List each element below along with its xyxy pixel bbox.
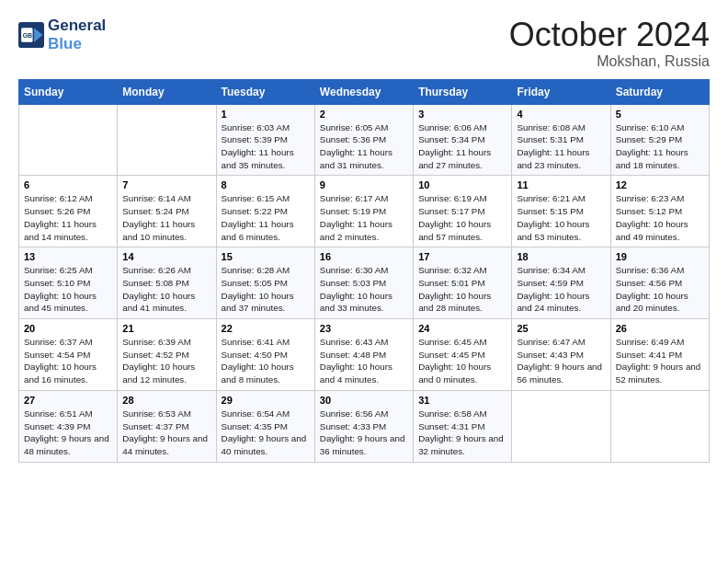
weekday-thursday: Thursday bbox=[414, 79, 512, 104]
calendar-cell: 4Sunrise: 6:08 AMSunset: 5:31 PMDaylight… bbox=[512, 104, 610, 176]
logo: GB General Blue bbox=[18, 17, 106, 52]
weekday-saturday: Saturday bbox=[610, 79, 709, 104]
day-info: Sunrise: 6:51 AMSunset: 4:39 PMDaylight:… bbox=[24, 408, 112, 458]
calendar-page: GB General Blue October 2024 Mokshan, Ru… bbox=[0, 0, 728, 563]
day-info: Sunrise: 6:08 AMSunset: 5:31 PMDaylight:… bbox=[517, 121, 605, 172]
day-number: 23 bbox=[320, 323, 408, 334]
calendar-cell: 19Sunrise: 6:36 AMSunset: 4:56 PMDayligh… bbox=[610, 247, 709, 319]
day-number: 30 bbox=[320, 395, 408, 406]
calendar-cell: 16Sunrise: 6:30 AMSunset: 5:03 PMDayligh… bbox=[314, 247, 413, 319]
day-info: Sunrise: 6:41 AMSunset: 4:50 PMDaylight:… bbox=[222, 336, 310, 386]
calendar-table: SundayMondayTuesdayWednesdayThursdayFrid… bbox=[18, 79, 710, 463]
day-info: Sunrise: 6:12 AMSunset: 5:26 PMDaylight:… bbox=[24, 192, 112, 243]
day-number: 16 bbox=[320, 251, 408, 262]
day-info: Sunrise: 6:30 AMSunset: 5:03 PMDaylight:… bbox=[320, 264, 408, 315]
calendar-week-5: 27Sunrise: 6:51 AMSunset: 4:39 PMDayligh… bbox=[19, 390, 710, 462]
calendar-cell: 18Sunrise: 6:34 AMSunset: 4:59 PMDayligh… bbox=[512, 247, 610, 319]
calendar-cell: 6Sunrise: 6:12 AMSunset: 5:26 PMDaylight… bbox=[19, 176, 118, 247]
calendar-cell: 30Sunrise: 6:56 AMSunset: 4:33 PMDayligh… bbox=[314, 390, 413, 462]
calendar-cell: 10Sunrise: 6:19 AMSunset: 5:17 PMDayligh… bbox=[414, 176, 512, 247]
day-number: 20 bbox=[24, 323, 112, 334]
day-info: Sunrise: 6:43 AMSunset: 4:48 PMDaylight:… bbox=[320, 336, 408, 386]
calendar-week-2: 6Sunrise: 6:12 AMSunset: 5:26 PMDaylight… bbox=[19, 176, 710, 247]
day-info: Sunrise: 6:58 AMSunset: 4:31 PMDaylight:… bbox=[418, 408, 506, 458]
day-info: Sunrise: 6:10 AMSunset: 5:29 PMDaylight:… bbox=[616, 121, 704, 172]
location: Mokshan, Russia bbox=[509, 53, 710, 70]
day-info: Sunrise: 6:19 AMSunset: 5:17 PMDaylight:… bbox=[418, 192, 506, 243]
calendar-cell: 20Sunrise: 6:37 AMSunset: 4:54 PMDayligh… bbox=[19, 319, 118, 391]
calendar-cell: 26Sunrise: 6:49 AMSunset: 4:41 PMDayligh… bbox=[610, 319, 709, 391]
calendar-cell: 15Sunrise: 6:28 AMSunset: 5:05 PMDayligh… bbox=[216, 247, 314, 319]
day-number: 26 bbox=[616, 323, 704, 334]
day-info: Sunrise: 6:21 AMSunset: 5:15 PMDaylight:… bbox=[517, 192, 605, 243]
day-info: Sunrise: 6:47 AMSunset: 4:43 PMDaylight:… bbox=[517, 336, 605, 386]
day-number: 8 bbox=[222, 179, 310, 190]
calendar-week-1: 1Sunrise: 6:03 AMSunset: 5:39 PMDaylight… bbox=[19, 104, 710, 176]
day-info: Sunrise: 6:05 AMSunset: 5:36 PMDaylight:… bbox=[320, 121, 408, 172]
calendar-cell: 8Sunrise: 6:15 AMSunset: 5:22 PMDaylight… bbox=[216, 176, 314, 247]
svg-text:GB: GB bbox=[23, 32, 33, 39]
day-number: 10 bbox=[418, 179, 506, 190]
calendar-cell: 9Sunrise: 6:17 AMSunset: 5:19 PMDaylight… bbox=[314, 176, 413, 247]
day-number: 25 bbox=[517, 323, 605, 334]
day-info: Sunrise: 6:56 AMSunset: 4:33 PMDaylight:… bbox=[320, 408, 408, 458]
day-info: Sunrise: 6:36 AMSunset: 4:56 PMDaylight:… bbox=[616, 264, 704, 315]
day-info: Sunrise: 6:26 AMSunset: 5:08 PMDaylight:… bbox=[122, 264, 210, 315]
day-info: Sunrise: 6:34 AMSunset: 4:59 PMDaylight:… bbox=[517, 264, 605, 315]
calendar-cell: 12Sunrise: 6:23 AMSunset: 5:12 PMDayligh… bbox=[610, 176, 709, 247]
day-number: 22 bbox=[222, 323, 310, 334]
day-number: 17 bbox=[418, 251, 506, 262]
weekday-tuesday: Tuesday bbox=[216, 79, 314, 104]
logo-blue: Blue bbox=[48, 35, 106, 53]
day-info: Sunrise: 6:25 AMSunset: 5:10 PMDaylight:… bbox=[24, 264, 112, 315]
day-number: 13 bbox=[24, 251, 112, 262]
day-number: 12 bbox=[616, 179, 704, 190]
day-number: 28 bbox=[122, 395, 210, 406]
month-title: October 2024 bbox=[509, 17, 710, 53]
calendar-cell: 1Sunrise: 6:03 AMSunset: 5:39 PMDaylight… bbox=[216, 104, 314, 176]
day-info: Sunrise: 6:15 AMSunset: 5:22 PMDaylight:… bbox=[222, 192, 310, 243]
weekday-sunday: Sunday bbox=[19, 79, 118, 104]
day-info: Sunrise: 6:23 AMSunset: 5:12 PMDaylight:… bbox=[616, 192, 704, 243]
logo-general: General bbox=[48, 17, 106, 35]
day-info: Sunrise: 6:28 AMSunset: 5:05 PMDaylight:… bbox=[222, 264, 310, 315]
header: GB General Blue October 2024 Mokshan, Ru… bbox=[18, 17, 710, 70]
calendar-cell bbox=[512, 390, 610, 462]
weekday-wednesday: Wednesday bbox=[314, 79, 413, 104]
day-number: 14 bbox=[122, 251, 210, 262]
day-number: 31 bbox=[418, 395, 506, 406]
day-info: Sunrise: 6:45 AMSunset: 4:45 PMDaylight:… bbox=[418, 336, 506, 386]
day-number: 2 bbox=[320, 109, 408, 120]
day-number: 18 bbox=[517, 251, 605, 262]
calendar-cell: 14Sunrise: 6:26 AMSunset: 5:08 PMDayligh… bbox=[118, 247, 216, 319]
calendar-cell: 24Sunrise: 6:45 AMSunset: 4:45 PMDayligh… bbox=[414, 319, 512, 391]
calendar-cell bbox=[19, 104, 118, 176]
calendar-cell: 21Sunrise: 6:39 AMSunset: 4:52 PMDayligh… bbox=[118, 319, 216, 391]
calendar-cell: 27Sunrise: 6:51 AMSunset: 4:39 PMDayligh… bbox=[19, 390, 118, 462]
day-number: 24 bbox=[418, 323, 506, 334]
day-info: Sunrise: 6:17 AMSunset: 5:19 PMDaylight:… bbox=[320, 192, 408, 243]
weekday-monday: Monday bbox=[118, 79, 216, 104]
calendar-cell: 28Sunrise: 6:53 AMSunset: 4:37 PMDayligh… bbox=[118, 390, 216, 462]
calendar-week-4: 20Sunrise: 6:37 AMSunset: 4:54 PMDayligh… bbox=[19, 319, 710, 391]
day-number: 5 bbox=[616, 109, 704, 120]
day-number: 11 bbox=[517, 179, 605, 190]
calendar-cell: 31Sunrise: 6:58 AMSunset: 4:31 PMDayligh… bbox=[414, 390, 512, 462]
day-number: 19 bbox=[616, 251, 704, 262]
day-number: 29 bbox=[222, 395, 310, 406]
day-info: Sunrise: 6:06 AMSunset: 5:34 PMDaylight:… bbox=[418, 121, 506, 172]
calendar-week-3: 13Sunrise: 6:25 AMSunset: 5:10 PMDayligh… bbox=[19, 247, 710, 319]
day-info: Sunrise: 6:14 AMSunset: 5:24 PMDaylight:… bbox=[122, 192, 210, 243]
calendar-cell: 7Sunrise: 6:14 AMSunset: 5:24 PMDaylight… bbox=[118, 176, 216, 247]
weekday-friday: Friday bbox=[512, 79, 610, 104]
day-number: 4 bbox=[517, 109, 605, 120]
day-number: 6 bbox=[24, 179, 112, 190]
day-number: 1 bbox=[222, 109, 310, 120]
day-info: Sunrise: 6:54 AMSunset: 4:35 PMDaylight:… bbox=[222, 408, 310, 458]
day-info: Sunrise: 6:39 AMSunset: 4:52 PMDaylight:… bbox=[122, 336, 210, 386]
calendar-cell: 17Sunrise: 6:32 AMSunset: 5:01 PMDayligh… bbox=[414, 247, 512, 319]
day-info: Sunrise: 6:32 AMSunset: 5:01 PMDaylight:… bbox=[418, 264, 506, 315]
day-number: 7 bbox=[122, 179, 210, 190]
calendar-cell: 29Sunrise: 6:54 AMSunset: 4:35 PMDayligh… bbox=[216, 390, 314, 462]
calendar-cell: 25Sunrise: 6:47 AMSunset: 4:43 PMDayligh… bbox=[512, 319, 610, 391]
